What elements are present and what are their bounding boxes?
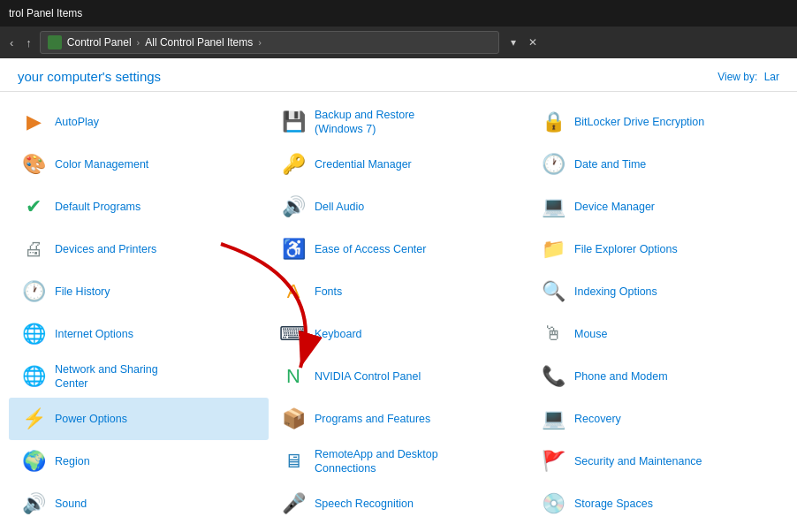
items-grid: ▶AutoPlay💾Backup and Restore (Windows 7)…	[0, 92, 797, 532]
cp-item-indexing[interactable]: 🔍Indexing Options	[528, 270, 788, 313]
cp-item-icon-phone-modem: 📞	[539, 362, 567, 391]
cp-item-recovery[interactable]: 💻Recovery	[528, 398, 788, 440]
cp-item-security-maint[interactable]: 🚩Security and Maintenance	[528, 440, 788, 483]
cp-item-icon-mouse: 🖱	[539, 320, 567, 348]
cp-icon	[48, 35, 62, 49]
cp-item-label-device-mgr: Device Manager	[574, 200, 655, 214]
address-box[interactable]: Control Panel › All Control Panel Items …	[40, 31, 499, 54]
cp-item-icon-backup-restore: 💾	[279, 108, 307, 136]
back-button[interactable]: ‹	[5, 34, 18, 52]
cp-item-icon-file-history: 🕐	[19, 277, 48, 306]
cp-item-ease-access[interactable]: ♿Ease of Access Center	[269, 228, 528, 270]
dropdown-button[interactable]: ▾	[506, 34, 520, 50]
cp-item-sound[interactable]: 🔊Sound	[9, 483, 269, 525]
cp-item-icon-storage-spaces: 💿	[539, 490, 567, 518]
cp-item-label-nvidia: NVIDIA Control Panel	[315, 369, 421, 384]
cp-item-programs-features[interactable]: 📦Programs and Features	[269, 398, 528, 440]
cp-item-phone-modem[interactable]: 📞Phone and Modem	[528, 355, 788, 398]
cp-item-storage-spaces[interactable]: 💿Storage Spaces	[528, 483, 788, 525]
cp-item-icon-dell-audio: 🔊	[279, 193, 307, 221]
cp-item-keyboard[interactable]: ⌨Keyboard	[269, 313, 528, 355]
cp-item-icon-internet-options: 🌐	[19, 320, 48, 348]
cp-item-label-power-options: Power Options	[55, 412, 127, 426]
cp-item-taskbar-nav[interactable]: 📋Taskbar and Navigation	[528, 525, 788, 532]
cp-item-color-mgmt[interactable]: 🎨Color Management	[9, 143, 269, 186]
main-content: your computer's settings View by: Lar ▶A…	[0, 58, 797, 532]
cp-item-remoteapp[interactable]: 🖥RemoteApp and Desktop Connections	[269, 440, 528, 483]
cp-item-backup-restore[interactable]: 💾Backup and Restore (Windows 7)	[269, 101, 528, 143]
cp-item-icon-remoteapp: 🖥	[279, 447, 307, 475]
cp-item-icon-keyboard: ⌨	[279, 320, 307, 348]
cp-item-label-autoplay: AutoPlay	[55, 115, 99, 129]
cp-item-label-speech-recog: Speech Recognition	[315, 497, 414, 511]
close-address-button[interactable]: ✕	[524, 34, 542, 50]
content-header: your computer's settings View by: Lar	[0, 58, 797, 92]
cp-item-default-programs[interactable]: ✔Default Programs	[9, 186, 269, 228]
cp-item-icon-default-programs: ✔	[19, 193, 48, 221]
cp-item-file-history[interactable]: 🕐File History	[9, 270, 269, 313]
cp-item-icon-device-mgr: 💻	[539, 193, 567, 221]
cp-item-speech-recog[interactable]: 🎤Speech Recognition	[269, 483, 528, 525]
cp-item-region[interactable]: 🌍Region	[9, 440, 269, 483]
viewby-label: View by:	[717, 71, 757, 83]
cp-item-icon-color-mgmt: 🎨	[19, 150, 48, 179]
cp-item-mouse[interactable]: 🖱Mouse	[528, 313, 788, 355]
cp-item-label-recovery: Recovery	[574, 412, 621, 426]
cp-item-icon-file-explorer-opts: 📁	[539, 235, 567, 263]
adjust-settings-text: your computer's settings	[18, 69, 161, 84]
cp-item-icon-recovery: 💻	[539, 405, 567, 433]
cp-item-icon-programs-features: 📦	[279, 405, 307, 433]
cp-item-icon-devices-printers: 🖨	[19, 235, 48, 263]
cp-item-sync-center[interactable]: 🔄Sync Center	[9, 525, 269, 532]
view-by-control: View by: Lar	[717, 71, 779, 83]
cp-item-fonts[interactable]: AFonts	[269, 270, 528, 313]
cp-item-bitlocker[interactable]: 🔒BitLocker Drive Encryption	[528, 101, 788, 143]
cp-item-power-options[interactable]: ⚡Power Options	[9, 398, 269, 440]
cp-item-label-remoteapp: RemoteApp and Desktop Connections	[315, 447, 438, 476]
cp-item-dell-audio[interactable]: 🔊Dell Audio	[269, 186, 528, 228]
cp-item-icon-network-sharing: 🌐	[19, 362, 48, 391]
cp-item-label-bitlocker: BitLocker Drive Encryption	[574, 115, 704, 129]
title-bar: trol Panel Items	[0, 0, 797, 27]
breadcrumb-part-1: Control Panel	[67, 36, 132, 49]
cp-item-file-explorer-opts[interactable]: 📁File Explorer Options	[528, 228, 788, 270]
cp-item-icon-credential-mgr: 🔑	[279, 150, 307, 179]
cp-item-label-file-history: File History	[55, 285, 110, 299]
cp-item-credential-mgr[interactable]: 🔑Credential Manager	[269, 143, 528, 186]
cp-item-network-sharing[interactable]: 🌐Network and Sharing Center	[9, 355, 269, 398]
cp-item-icon-nvidia: N	[279, 362, 307, 391]
up-button[interactable]: ↑	[21, 34, 36, 52]
cp-item-icon-indexing: 🔍	[539, 277, 567, 306]
cp-item-icon-power-options: ⚡	[19, 405, 48, 433]
cp-item-label-mouse: Mouse	[574, 327, 608, 341]
cp-item-label-devices-printers: Devices and Printers	[55, 242, 156, 256]
cp-item-device-mgr[interactable]: 💻Device Manager	[528, 186, 788, 228]
cp-item-icon-date-time: 🕐	[539, 150, 567, 179]
cp-item-label-sound: Sound	[55, 497, 87, 511]
cp-item-label-network-sharing: Network and Sharing Center	[55, 362, 158, 391]
cp-item-label-backup-restore: Backup and Restore (Windows 7)	[315, 108, 414, 137]
cp-item-label-date-time: Date and Time	[574, 157, 646, 171]
cp-item-devices-printers[interactable]: 🖨Devices and Printers	[9, 228, 269, 270]
cp-item-label-file-explorer-opts: File Explorer Options	[574, 242, 678, 256]
cp-item-icon-speech-recog: 🎤	[279, 490, 307, 518]
cp-item-system[interactable]: 🖥System	[269, 525, 528, 532]
cp-item-icon-region: 🌍	[19, 447, 48, 475]
cp-item-label-dell-audio: Dell Audio	[315, 200, 364, 214]
cp-item-label-indexing: Indexing Options	[574, 285, 657, 299]
cp-item-autoplay[interactable]: ▶AutoPlay	[9, 101, 269, 143]
breadcrumb-sep-2: ›	[258, 37, 262, 48]
cp-item-label-default-programs: Default Programs	[55, 200, 140, 214]
cp-item-label-keyboard: Keyboard	[315, 327, 362, 341]
cp-item-internet-options[interactable]: 🌐Internet Options	[9, 313, 269, 355]
address-box-right: ▾ ✕	[506, 34, 542, 50]
cp-item-date-time[interactable]: 🕐Date and Time	[528, 143, 788, 186]
cp-item-label-region: Region	[55, 454, 90, 468]
viewby-mode[interactable]: Lar	[764, 71, 779, 83]
cp-item-icon-sound: 🔊	[19, 490, 48, 518]
cp-item-label-color-mgmt: Color Management	[55, 157, 148, 171]
breadcrumb-part-2: All Control Panel Items	[145, 36, 253, 49]
cp-item-label-phone-modem: Phone and Modem	[574, 369, 668, 384]
cp-item-nvidia[interactable]: NNVIDIA Control Panel	[269, 355, 528, 398]
cp-item-icon-bitlocker: 🔒	[539, 108, 567, 136]
